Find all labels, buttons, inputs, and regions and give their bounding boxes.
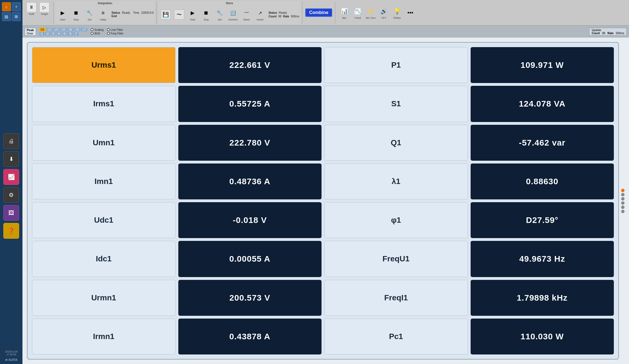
trend-icon[interactable]: 📉 bbox=[352, 6, 363, 16]
scaling-avg-group: Scaling AVG bbox=[91, 28, 104, 35]
scroll-pip-3[interactable] bbox=[621, 197, 625, 201]
integration-stop-icon[interactable]: ⏹ bbox=[71, 8, 81, 18]
update-rate-label: Rate bbox=[607, 32, 614, 35]
freq-filter-label: Freq Filter bbox=[111, 32, 124, 35]
sidebar-top-buttons: ⌂ ＋ ▤ ⊞ bbox=[2, 2, 21, 21]
sidebar-tool-chart[interactable]: 📈 bbox=[3, 169, 19, 185]
sidebar-tool-download[interactable]: ⬇ bbox=[3, 151, 19, 167]
ch-u5[interactable]: U5 bbox=[67, 28, 74, 31]
toolbar: ⏸ Hold ▷ Single Integration ▶ Start ⏹ bbox=[22, 0, 629, 25]
ch-i6[interactable]: I6 bbox=[68, 32, 73, 36]
sidebar-tool-settings[interactable]: ⚙ bbox=[3, 187, 19, 203]
integration-title: Integration bbox=[56, 2, 154, 5]
flicker-label: Flicker bbox=[393, 17, 401, 19]
store-wave-btn-icon[interactable]: 〰 bbox=[241, 8, 252, 18]
ch-i7[interactable]: I7 bbox=[74, 32, 79, 36]
ch-i3[interactable]: I3 bbox=[51, 32, 56, 36]
measurement-value-12: 200.573 V bbox=[178, 280, 322, 316]
measurement-label-13[interactable]: FreqI1 bbox=[324, 280, 468, 316]
integration-indep-icon[interactable]: ≡ bbox=[98, 8, 108, 18]
measurement-label-5[interactable]: Q1 bbox=[324, 125, 468, 161]
store-set: 🔧 Set bbox=[213, 7, 226, 22]
integration-start: ▶ Start bbox=[56, 7, 69, 22]
store-stop-icon[interactable]: ⏹ bbox=[201, 8, 211, 18]
measurement-label-8[interactable]: Udc1 bbox=[32, 202, 176, 238]
ch-i4[interactable]: I4 bbox=[56, 32, 61, 36]
store-start-icon[interactable]: ▶ bbox=[188, 8, 198, 18]
measurement-value-2: 0.55725 A bbox=[178, 86, 322, 122]
scroll-pip-5[interactable] bbox=[621, 206, 625, 209]
measurement-label-14[interactable]: Irmn1 bbox=[32, 319, 176, 354]
measurement-label-11[interactable]: FreqU1 bbox=[324, 241, 468, 277]
store-wave-icon[interactable]: 〜 bbox=[174, 10, 184, 20]
measurement-label-10[interactable]: Idc1 bbox=[32, 241, 176, 277]
hold-label: Hold bbox=[29, 13, 34, 15]
iec-hrm-icon[interactable]: ⚡ bbox=[366, 6, 376, 16]
measurement-label-12[interactable]: Urmn1 bbox=[32, 280, 176, 316]
update-count-label: Count bbox=[592, 32, 600, 35]
sidebar-icon-grid[interactable]: ⊞ bbox=[12, 12, 21, 21]
combine-button[interactable]: Combine bbox=[305, 8, 332, 17]
sidebar-icon-add[interactable]: ＋ bbox=[12, 2, 21, 11]
integration-stop: ⏹ Stop bbox=[70, 7, 82, 22]
line-filter-label: Line Filter bbox=[111, 28, 123, 31]
measurement-label-3[interactable]: S1 bbox=[324, 86, 468, 122]
ch-u2[interactable]: U2 bbox=[46, 28, 53, 31]
avg-radio[interactable]: AVG bbox=[91, 32, 104, 35]
integration-end-row: End bbox=[111, 15, 154, 18]
scroll-pip-6[interactable] bbox=[621, 210, 625, 213]
fft-group: 🔊 FFT bbox=[378, 6, 390, 20]
integration-time-value: 10000:0:0 bbox=[141, 11, 154, 14]
store-count-value: 98 bbox=[278, 15, 281, 18]
integration-time-label: Time bbox=[133, 11, 139, 14]
ch-u3[interactable]: U3 bbox=[53, 28, 60, 31]
measurement-value-3: 124.078 VA bbox=[471, 86, 614, 122]
store-main-icon[interactable]: 💾 bbox=[161, 10, 171, 20]
ch-i2[interactable]: I2 bbox=[45, 32, 50, 36]
sidebar-icon-plus-row[interactable]: ▤ bbox=[2, 12, 11, 21]
measurement-label-6[interactable]: Imn1 bbox=[32, 163, 176, 199]
measurement-value-0: 222.661 V bbox=[178, 47, 322, 83]
store-vector-icon[interactable]: ↗ bbox=[255, 8, 265, 18]
measurement-label-1[interactable]: P1 bbox=[324, 47, 468, 83]
more-icon[interactable]: ••• bbox=[405, 8, 415, 18]
scroll-pip-4[interactable] bbox=[621, 201, 625, 205]
trend-label: Trend bbox=[354, 17, 361, 19]
scroll-pip-2[interactable] bbox=[621, 193, 625, 196]
sidebar-tool-print[interactable]: 🖨 bbox=[3, 133, 19, 149]
hold-icon[interactable]: ⏸ bbox=[26, 2, 37, 12]
ch-i1[interactable]: I1 bbox=[39, 32, 44, 36]
freq-filter-radio[interactable]: Freq Filter bbox=[107, 32, 124, 35]
store-numeric-icon[interactable]: 🔢 bbox=[228, 8, 238, 18]
sidebar-icon-home[interactable]: ⌂ bbox=[2, 2, 11, 11]
measurement-label-7[interactable]: λ1 bbox=[324, 163, 468, 199]
ch-u7[interactable]: U7 bbox=[81, 28, 87, 31]
integration-indep: ≡ Indep bbox=[97, 7, 109, 22]
update-title: Update bbox=[592, 29, 624, 32]
store-set-icon[interactable]: 🔧 bbox=[215, 8, 225, 18]
integration-set-icon[interactable]: 🔧 bbox=[85, 8, 95, 18]
iec-hrm-label: IEC Hrm bbox=[366, 17, 376, 19]
single-icon[interactable]: ▷ bbox=[39, 2, 49, 12]
ch-u1[interactable]: U1 bbox=[39, 28, 46, 31]
flicker-icon[interactable]: 💡 bbox=[392, 6, 402, 16]
integration-start-icon[interactable]: ▶ bbox=[58, 8, 68, 18]
measurement-label-0[interactable]: Urms1 bbox=[32, 47, 176, 83]
ch-i5[interactable]: I5 bbox=[62, 32, 67, 36]
fft-icon[interactable]: 🔊 bbox=[379, 6, 389, 16]
ch-u4[interactable]: U4 bbox=[60, 28, 67, 31]
line-filter-radio[interactable]: Line Filter bbox=[107, 28, 124, 31]
measurement-label-15[interactable]: Pc1 bbox=[324, 319, 468, 354]
scaling-radio[interactable]: Scaling bbox=[91, 28, 104, 31]
measurement-value-15: 110.030 W bbox=[471, 319, 614, 354]
measurement-label-9[interactable]: φ1 bbox=[324, 202, 468, 238]
scroll-pip-1[interactable] bbox=[621, 189, 625, 192]
ch-u6[interactable]: U6 bbox=[74, 28, 81, 31]
measurement-label-2[interactable]: Irms1 bbox=[32, 86, 176, 122]
bar-chart-group: 📊 Bar bbox=[338, 6, 350, 20]
content-area: Urms1222.661 VP1109.971 WIrms10.55725 AS… bbox=[22, 38, 629, 364]
bar-chart-icon[interactable]: 📊 bbox=[339, 6, 349, 16]
sidebar-tool-display[interactable]: 🖼 bbox=[3, 205, 19, 221]
measurement-label-4[interactable]: Umn1 bbox=[32, 125, 176, 161]
sidebar-tool-help[interactable]: ❓ bbox=[3, 223, 19, 239]
